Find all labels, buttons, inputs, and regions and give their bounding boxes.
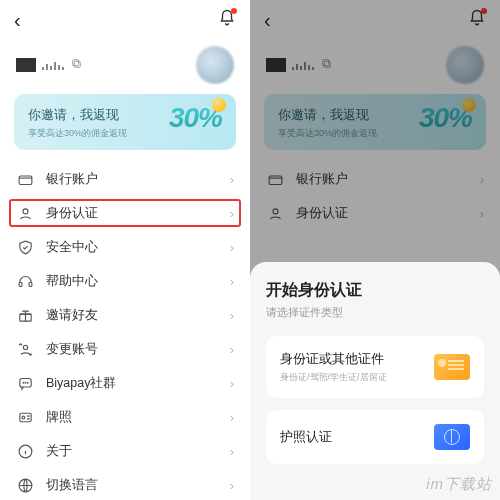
chevron-right-icon: › <box>230 172 234 187</box>
menu-about[interactable]: 关于 › <box>0 434 250 468</box>
svg-rect-1 <box>73 60 79 66</box>
badge-icon <box>16 408 34 426</box>
switch-user-icon <box>16 340 34 358</box>
wallet-icon <box>16 170 34 188</box>
chevron-right-icon: › <box>480 172 484 187</box>
promo-banner[interactable]: 你邀请，我返现 享受高达30%的佣金返现 30% <box>14 94 236 150</box>
profile-row <box>250 40 500 94</box>
menu-label: 变更账号 <box>46 341 218 358</box>
menu-label: 身份认证 <box>46 205 218 222</box>
notification-icon[interactable] <box>218 9 236 31</box>
svg-point-9 <box>23 382 24 383</box>
menu-label: 安全中心 <box>46 239 218 256</box>
svg-rect-18 <box>269 175 282 184</box>
menu-label: 银行账户 <box>296 171 468 188</box>
chevron-right-icon: › <box>230 342 234 357</box>
svg-point-3 <box>23 208 28 213</box>
menu-security[interactable]: 安全中心 › <box>0 230 250 264</box>
user-icon <box>16 204 34 222</box>
menu-label: 身份认证 <box>296 205 468 222</box>
menu-community[interactable]: Biyapay社群 › <box>0 366 250 400</box>
coin-icon <box>462 98 476 112</box>
copy-icon[interactable] <box>320 56 333 74</box>
id-card-icon <box>434 354 470 380</box>
menu-identity[interactable]: 身份认证 › <box>8 198 242 228</box>
menu-label: 切换语言 <box>46 477 218 494</box>
svg-point-19 <box>273 208 278 213</box>
topbar: ‹ <box>250 0 500 40</box>
chevron-right-icon: › <box>230 376 234 391</box>
avatar[interactable] <box>196 46 234 84</box>
menu-help[interactable]: 帮助中心 › <box>0 264 250 298</box>
sheet-title: 开始身份认证 <box>266 280 484 301</box>
passport-icon <box>434 424 470 450</box>
chevron-right-icon: › <box>230 240 234 255</box>
svg-rect-5 <box>29 282 32 286</box>
shield-icon <box>16 238 34 256</box>
chevron-right-icon: › <box>230 274 234 289</box>
menu-language[interactable]: 切换语言 › <box>0 468 250 500</box>
svg-rect-17 <box>323 60 329 66</box>
menu-invite[interactable]: 邀请好友 › <box>0 298 250 332</box>
profile-row <box>0 40 250 94</box>
svg-rect-0 <box>74 61 80 67</box>
menu-bank[interactable]: 银行账户 › <box>0 162 250 196</box>
option-passport[interactable]: 护照认证 <box>266 410 484 464</box>
menu-label: 关于 <box>46 443 218 460</box>
menu-identity[interactable]: 身份认证 › <box>250 196 500 230</box>
username-censored <box>16 58 36 72</box>
option-title: 护照认证 <box>280 428 332 446</box>
meta-bars <box>42 60 64 70</box>
right-screen: ‹ 你邀请，我返现 享受高达30%的佣金返现 30% 银行账户 › <box>250 0 500 500</box>
headset-icon <box>16 272 34 290</box>
wallet-icon <box>266 170 284 188</box>
promo-banner[interactable]: 你邀请，我返现 享受高达30%的佣金返现 30% <box>264 94 486 150</box>
info-icon <box>16 442 34 460</box>
coin-icon <box>212 98 226 112</box>
gift-icon <box>16 306 34 324</box>
svg-rect-16 <box>324 61 330 67</box>
chevron-right-icon: › <box>230 410 234 425</box>
svg-point-13 <box>21 416 24 419</box>
svg-rect-4 <box>19 282 22 286</box>
back-icon[interactable]: ‹ <box>264 9 271 32</box>
menu-label: 牌照 <box>46 409 218 426</box>
meta-bars <box>292 60 314 70</box>
menu-license[interactable]: 牌照 › <box>0 400 250 434</box>
username-censored <box>266 58 286 72</box>
chevron-right-icon: › <box>230 206 234 221</box>
menu-bank[interactable]: 银行账户 › <box>250 162 500 196</box>
menu-switch-account[interactable]: 变更账号 › <box>0 332 250 366</box>
user-icon <box>266 204 284 222</box>
chevron-right-icon: › <box>230 308 234 323</box>
menu-list: 银行账户 › 身份认证 › 安全中心 › 帮助中心 › 邀请好友 › <box>0 162 250 500</box>
left-screen: ‹ 你邀请，我返现 享受高达30%的佣金返现 30% 银行账户 › <box>0 0 250 500</box>
svg-point-11 <box>27 382 28 383</box>
option-title: 身份证或其他证件 <box>280 350 387 368</box>
chat-icon <box>16 374 34 392</box>
menu-label: 邀请好友 <box>46 307 218 324</box>
globe-icon <box>16 476 34 494</box>
notification-icon[interactable] <box>468 9 486 31</box>
copy-icon[interactable] <box>70 56 83 74</box>
menu-label: 银行账户 <box>46 171 218 188</box>
svg-rect-2 <box>19 175 32 184</box>
menu-label: Biyapay社群 <box>46 375 218 392</box>
svg-point-10 <box>25 382 26 383</box>
menu-label: 帮助中心 <box>46 273 218 290</box>
sheet-subtitle: 请选择证件类型 <box>266 305 484 320</box>
option-subtitle: 身份证/驾照/学生证/居留证 <box>280 371 387 384</box>
topbar: ‹ <box>0 0 250 40</box>
chevron-right-icon: › <box>230 478 234 493</box>
chevron-right-icon: › <box>480 206 484 221</box>
back-icon[interactable]: ‹ <box>14 9 21 32</box>
chevron-right-icon: › <box>230 444 234 459</box>
svg-point-7 <box>23 345 27 349</box>
avatar[interactable] <box>446 46 484 84</box>
option-id-card[interactable]: 身份证或其他证件 身份证/驾照/学生证/居留证 <box>266 336 484 398</box>
identity-sheet: 开始身份认证 请选择证件类型 身份证或其他证件 身份证/驾照/学生证/居留证 护… <box>250 262 500 500</box>
